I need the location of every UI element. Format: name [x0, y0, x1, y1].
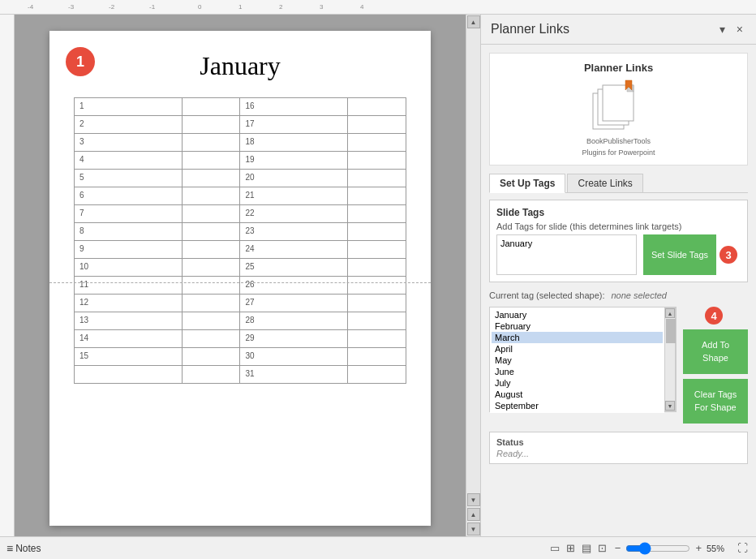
notes-button[interactable]: ≡ Notes: [6, 542, 41, 555]
set-slide-tags-button[interactable]: Set Slide Tags: [643, 234, 716, 275]
view-icons: ▭ ⊞ ▤ ⊡: [548, 540, 608, 556]
calendar-table: 1 16 2 17 3: [74, 97, 406, 384]
ruler-mark: 3: [320, 3, 323, 11]
view-normal-btn[interactable]: ▭: [548, 540, 561, 556]
scroll-next-btn[interactable]: ▼: [467, 522, 480, 535]
slide-tags-section: Slide Tags Add Tags for slide (this dete…: [489, 200, 748, 282]
list-item[interactable]: August: [492, 389, 663, 400]
day-16: 16: [245, 101, 254, 110]
view-grid-btn[interactable]: ⊞: [565, 540, 577, 556]
current-tag-row: Current tag (selected shape): none selec…: [489, 290, 748, 300]
view-slides-btn[interactable]: ▤: [580, 540, 593, 556]
zoom-level: 55%: [707, 544, 732, 553]
badge-4: 4: [705, 307, 723, 325]
slide-tags-label: Slide Tags: [496, 207, 741, 218]
plugin-logo-title: Planner Links: [582, 62, 655, 74]
table-row: 11 26: [75, 277, 406, 295]
add-to-shape-button[interactable]: Add To Shape: [683, 329, 748, 374]
bottom-bar: ≡ Notes ▭ ⊞ ▤ ⊡ − + 55% ⛶: [0, 536, 756, 559]
ruler-mark: 0: [198, 3, 201, 11]
status-section: Status Ready...: [489, 432, 748, 464]
panel-controls: ▾ ×: [716, 21, 746, 37]
slide-dashed-line: [49, 282, 431, 283]
tags-textarea[interactable]: January: [496, 234, 637, 275]
tags-listbox[interactable]: January February March April May June Ju…: [490, 307, 664, 413]
table-row: 8 23: [75, 223, 406, 241]
table-row: 3 18: [75, 134, 406, 152]
zoom-slider[interactable]: [625, 542, 690, 555]
tab-create-links[interactable]: Create Links: [567, 174, 642, 192]
scroll-prev-btn[interactable]: ▲: [467, 508, 480, 521]
panel-collapse-btn[interactable]: ▾: [716, 21, 728, 37]
vertical-scrollbar[interactable]: ▲ ▼ ▲ ▼: [466, 15, 480, 536]
ruler-mark: -3: [68, 3, 74, 11]
table-row: 4 19: [75, 152, 406, 170]
list-item[interactable]: April: [492, 343, 663, 355]
tags-row: January Set Slide Tags 3: [496, 234, 741, 275]
table-row: 10 25: [75, 259, 406, 277]
current-tag-value: none selected: [611, 290, 667, 300]
panel-close-btn[interactable]: ×: [733, 21, 746, 37]
table-row: 7 22: [75, 205, 406, 223]
scroll-down-btn[interactable]: ▼: [467, 493, 480, 506]
status-label: Status: [496, 437, 741, 447]
zoom-minus-btn[interactable]: −: [613, 540, 623, 556]
scrollbar-down-btn[interactable]: ▼: [665, 401, 675, 411]
add-tags-label: Add Tags for slide (this determines link…: [496, 221, 741, 231]
table-row: 1 16: [75, 98, 406, 116]
slide-canvas: 1 January 1 16: [15, 15, 466, 536]
clear-tags-for-shape-button[interactable]: Clear Tags For Shape: [683, 379, 748, 424]
slide-badge-1: 1: [66, 47, 95, 76]
scrollbar-thumb[interactable]: [666, 319, 676, 343]
scroll-up-btn[interactable]: ▲: [467, 15, 480, 28]
list-scrollbar[interactable]: ▲ ▼: [664, 307, 676, 411]
list-item[interactable]: May: [492, 355, 663, 366]
day-1: 1: [79, 101, 84, 110]
table-row: 6 21: [75, 187, 406, 205]
panel-header: Planner Links ▾ ×: [481, 15, 756, 45]
plugin-subtitle1: BookPublisherTools: [582, 137, 655, 145]
right-panel: Planner Links ▾ × Planner Links: [480, 15, 756, 536]
ruler-mark: 2: [279, 3, 282, 11]
list-item[interactable]: January: [492, 309, 663, 320]
tab-set-up-tags[interactable]: Set Up Tags: [489, 174, 565, 193]
notes-label: Notes: [15, 543, 41, 554]
table-row: 15 30: [75, 348, 406, 366]
ruler-mark: 1: [238, 3, 242, 11]
plugin-subtitle2: Plugins for Powerpoint: [582, 148, 655, 157]
panel-content: Planner Links BookPublisherTools: [481, 45, 756, 536]
plugin-logo-inner: Planner Links BookPublisherTools: [582, 62, 655, 157]
list-item[interactable]: June: [492, 366, 663, 377]
ruler-mark: -2: [109, 3, 114, 11]
fit-to-window-btn[interactable]: ⛶: [736, 540, 750, 556]
bottom-icons: ▭ ⊞ ▤ ⊡ − + 55% ⛶: [548, 540, 750, 556]
status-value: Ready...: [496, 449, 741, 458]
ruler-horizontal: -4 -3 -2 -1 0 1 2 3 4: [0, 0, 756, 15]
ruler-mark: -1: [149, 3, 155, 11]
slide: 1 January 1 16: [49, 31, 431, 526]
zoom-bar: − + 55% ⛶: [613, 540, 750, 556]
view-reading-btn[interactable]: ⊡: [596, 540, 608, 556]
table-row: 2 17: [75, 116, 406, 134]
list-item[interactable]: February: [492, 320, 663, 332]
scrollbar-up-btn[interactable]: ▲: [665, 308, 675, 318]
tabs-row: Set Up Tags Create Links: [489, 174, 748, 193]
list-item[interactable]: March: [492, 332, 663, 343]
scroll-track[interactable]: [466, 29, 480, 492]
plugin-logo-icon: [586, 79, 651, 131]
current-tag-label: Current tag (selected shape):: [489, 290, 604, 300]
badge-3: 3: [719, 246, 737, 264]
list-item[interactable]: October: [492, 411, 663, 413]
table-row: 13 28: [75, 312, 406, 330]
ruler-mark: -4: [28, 3, 33, 11]
list-item[interactable]: July: [492, 377, 663, 389]
panel-title: Planner Links: [491, 22, 569, 37]
plugin-logo: Planner Links BookPublisherTools: [489, 53, 748, 166]
zoom-plus-btn[interactable]: +: [694, 540, 703, 556]
ruler-vertical: [0, 15, 15, 536]
list-item[interactable]: September: [492, 400, 663, 411]
table-row: 12 27: [75, 295, 406, 312]
table-row: 14 29: [75, 330, 406, 348]
slide-area: 1 January 1 16: [0, 15, 480, 536]
slide-title: January: [74, 51, 406, 81]
